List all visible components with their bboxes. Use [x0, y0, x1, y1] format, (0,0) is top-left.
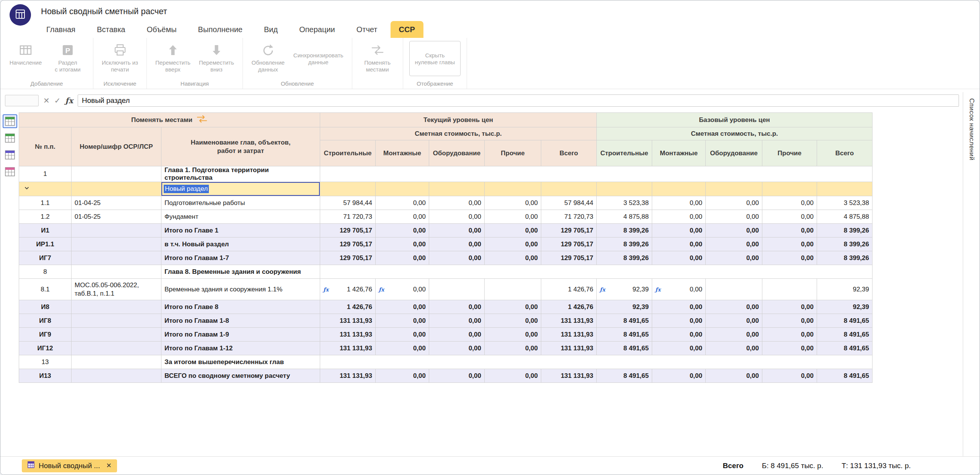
column-header-value[interactable]: Монтажные	[652, 140, 706, 166]
cell-code[interactable]: 01-04-25	[72, 196, 161, 210]
column-header-value[interactable]: Оборудование	[429, 140, 485, 166]
cell-value[interactable]: 0,00	[376, 328, 429, 342]
cell-value[interactable]: 0,00	[762, 238, 817, 251]
cell-name[interactable]: ВСЕГО по сводному сметному расчету	[161, 369, 320, 383]
cell-value[interactable]: 0,00	[652, 196, 706, 210]
cell-num[interactable]: 1	[19, 166, 72, 182]
cell-value[interactable]: 0,00	[485, 342, 541, 355]
cell-num[interactable]: 1.1	[19, 196, 72, 210]
cell-value[interactable]: 0,00	[762, 251, 817, 265]
column-header-col-code[interactable]: Номер/шифр ОСР/ЛСР	[72, 127, 161, 166]
cell-value[interactable]: 129 705,17	[320, 251, 376, 265]
cell-num[interactable]: ИГ7	[19, 251, 72, 265]
table-row[interactable]: 1.201-05-25Фундамент71 720,730,000,000,0…	[19, 210, 873, 224]
column-header-value[interactable]: Прочие	[762, 140, 817, 166]
cell-num[interactable]: ИГ8	[19, 314, 72, 328]
ribbon-button[interactable]: Поменять местами	[358, 41, 397, 76]
cell-num[interactable]: 8	[19, 265, 72, 279]
cell-value[interactable]: 8 491,65	[817, 369, 873, 383]
cell-name[interactable]: Фундамент	[161, 210, 320, 224]
table-row[interactable]: 13За итогом вышеперечисленных глав	[19, 355, 873, 369]
cell-empty-span[interactable]	[320, 265, 873, 279]
cell-value[interactable]: 8 399,26	[817, 238, 873, 251]
cell-value[interactable]: 0,00	[429, 210, 485, 224]
cell-name[interactable]: Глава 1. Подготовка территории строитель…	[161, 166, 320, 182]
cell-code[interactable]	[72, 355, 161, 369]
ribbon-button[interactable]: PРаздел с итогами	[49, 41, 87, 76]
cell-name[interactable]: Итого по Главам 1-8	[161, 314, 320, 328]
cell-code[interactable]	[72, 182, 161, 196]
cell-value[interactable]: 0,00	[706, 328, 762, 342]
cell-value[interactable]: 71 720,73	[320, 210, 376, 224]
cell-value[interactable]: 8 491,65	[597, 342, 652, 355]
cell-value[interactable]: 131 131,93	[320, 314, 376, 328]
cell-value[interactable]: 0,00	[652, 210, 706, 224]
local-estimate-icon[interactable]	[3, 148, 17, 162]
cell-value[interactable]: 92,39	[597, 300, 652, 314]
cell-num[interactable]: ИГ9	[19, 328, 72, 342]
cell-value[interactable]: 0,00	[706, 369, 762, 383]
cell-name[interactable]: в т.ч. Новый раздел	[161, 238, 320, 251]
ribbon-button[interactable]: Переместить вниз	[197, 41, 236, 76]
column-header-value[interactable]: Всего	[541, 140, 597, 166]
cell-value[interactable]: 1 426,76	[320, 300, 376, 314]
table-row[interactable]: 8Глава 8. Временные здания и сооружения	[19, 265, 873, 279]
cell-num[interactable]: ИГ12	[19, 342, 72, 355]
cell-value[interactable]: 0,00	[376, 300, 429, 314]
ribbon-tab[interactable]: Главная	[38, 21, 84, 38]
cell-value[interactable]: 0,00	[429, 342, 485, 355]
table-row[interactable]: ИР1.1в т.ч. Новый раздел129 705,170,000,…	[19, 238, 873, 251]
cell-value[interactable]: 0,00	[429, 369, 485, 383]
cell-value[interactable]: 1 426,76	[541, 279, 597, 300]
cell-value[interactable]	[320, 182, 376, 196]
cell-value[interactable]: 0,00	[706, 342, 762, 355]
cell-num[interactable]: И1	[19, 224, 72, 238]
cell-value[interactable]	[706, 279, 762, 300]
cell-code[interactable]	[72, 166, 161, 182]
cell-value[interactable]: 4 875,88	[597, 210, 652, 224]
ribbon-button[interactable]: Синхронизировать данные	[291, 41, 346, 76]
cell-value[interactable]: ƒx1 426,76	[320, 279, 376, 300]
cell-name[interactable]: За итогом вышеперечисленных глав	[161, 355, 320, 369]
cell-code[interactable]	[72, 314, 161, 328]
cell-value[interactable]: 0,00	[706, 196, 762, 210]
cell-value[interactable]	[429, 279, 485, 300]
column-header-col-name[interactable]: Наименование глав, объектов, работ и зат…	[161, 127, 320, 166]
cell-value[interactable]: 0,00	[429, 328, 485, 342]
cell-value[interactable]: 0,00	[485, 224, 541, 238]
cell-code[interactable]: МОС.05.05-006.2022, таб.В.1, п.1.1	[72, 279, 161, 300]
column-header-value[interactable]: Всего	[817, 140, 873, 166]
cell-value[interactable]: 131 131,93	[541, 369, 597, 383]
cell-value[interactable]: 0,00	[762, 300, 817, 314]
close-tab-icon[interactable]: ✕	[106, 462, 111, 470]
cell-value[interactable]: 0,00	[652, 224, 706, 238]
cell-value[interactable]: 8 399,26	[597, 224, 652, 238]
function-icon[interactable]: ƒx	[65, 96, 73, 105]
cell-code[interactable]: 01-05-25	[72, 210, 161, 224]
ribbon-tab[interactable]: ССР	[391, 21, 423, 38]
cell-value[interactable]: 0,00	[762, 224, 817, 238]
cell-num[interactable]	[19, 182, 72, 196]
cell-value[interactable]: 0,00	[706, 314, 762, 328]
cell-name[interactable]: Итого по Главам 1-7	[161, 251, 320, 265]
cell-name[interactable]: Глава 8. Временные здания и сооружения	[161, 265, 320, 279]
cell-value[interactable]: 131 131,93	[320, 369, 376, 383]
cell-value[interactable]: 0,00	[376, 369, 429, 383]
cell-value[interactable]	[541, 182, 597, 196]
cell-value[interactable]: 0,00	[485, 251, 541, 265]
ribbon-tab[interactable]: Объёмы	[138, 21, 185, 38]
cell-value[interactable]: 0,00	[762, 210, 817, 224]
column-header-col-num[interactable]: № п.п.	[19, 127, 72, 166]
summary-estimate-icon[interactable]	[3, 114, 17, 128]
table-row[interactable]: 1.101-04-25Подготовительные работы57 984…	[19, 196, 873, 210]
cell-value[interactable]: 0,00	[652, 328, 706, 342]
ribbon-button[interactable]: Обновление данных	[249, 41, 287, 76]
cell-value[interactable]: 57 984,44	[320, 196, 376, 210]
cell-value[interactable]	[652, 182, 706, 196]
cell-value[interactable]: 131 131,93	[320, 328, 376, 342]
acts-icon[interactable]	[3, 165, 17, 179]
cell-code[interactable]	[72, 328, 161, 342]
accruals-panel-tab[interactable]: Список начислений	[963, 92, 980, 456]
cell-value[interactable]: 3 523,38	[817, 196, 873, 210]
cell-num[interactable]: И8	[19, 300, 72, 314]
